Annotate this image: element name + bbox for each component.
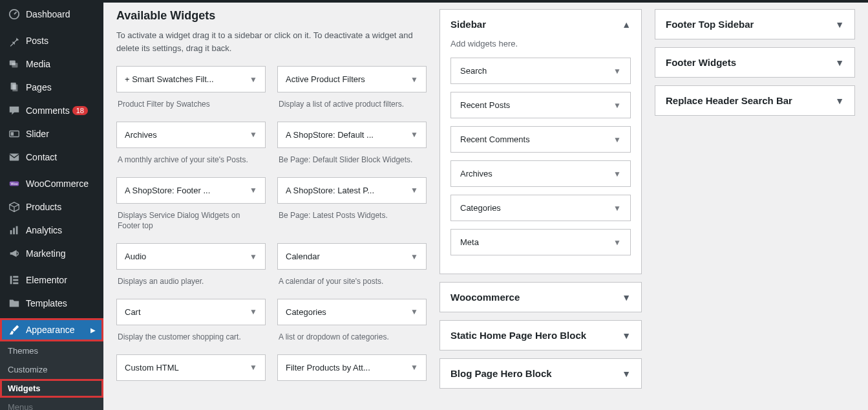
svg-rect-4 [12, 85, 17, 92]
menu-contact[interactable]: Contact [0, 146, 103, 169]
menu-posts[interactable]: Posts [0, 29, 103, 52]
placed-widget[interactable]: Recent Posts ▼ [450, 92, 631, 118]
chevron-down-icon: ▼ [613, 169, 621, 178]
available-widget[interactable]: Categories ▼ [277, 299, 427, 325]
area-title: Replace Header Search Bar [666, 95, 792, 106]
woo-icon: Woo [8, 177, 21, 190]
widget-title: A ShopStore: Footer ... [125, 186, 210, 195]
svg-rect-7 [10, 154, 19, 161]
chevron-down-icon: ▼ [622, 292, 631, 303]
widgets-page: Available Widgets To activate a widget d… [103, 3, 868, 410]
svg-rect-13 [10, 276, 12, 285]
widget-title: Search [460, 66, 487, 76]
svg-rect-6 [11, 132, 14, 135]
area-header[interactable]: Footer Widgets ▼ [655, 48, 854, 77]
comments-badge: 18 [72, 106, 88, 115]
area-header[interactable]: Blog Page Hero Block ▼ [440, 359, 641, 388]
menu-slider[interactable]: Slider [0, 122, 103, 146]
menu-elementor[interactable]: Elementor [0, 268, 103, 292]
area-title: Woocommerce [450, 292, 520, 303]
widget-area: Static Home Page Hero Block ▼ [439, 320, 642, 351]
menu-label: Appearance [26, 325, 75, 335]
chevron-down-icon: ▼ [244, 307, 257, 316]
widget-desc: Be Page: Latest Posts Widgets. [277, 204, 427, 233]
area-header[interactable]: Static Home Page Hero Block ▼ [440, 321, 641, 350]
menu-templates[interactable]: Templates [0, 292, 103, 315]
widget-desc: A monthly archive of your site's Posts. [116, 148, 266, 177]
chevron-up-icon: ▲ [622, 19, 631, 30]
folder-icon [8, 297, 21, 310]
submenu-themes[interactable]: Themes [0, 341, 103, 360]
available-widget[interactable]: Calendar ▼ [277, 243, 427, 270]
menu-label: Dashboard [26, 9, 70, 19]
chevron-down-icon: ▼ [622, 330, 631, 341]
menu-pages[interactable]: Pages [0, 76, 103, 99]
chevron-down-icon: ▼ [835, 19, 844, 30]
placed-widget[interactable]: Categories ▼ [450, 195, 631, 221]
widget-desc: Displays an audio player. [116, 270, 266, 299]
available-widget[interactable]: A ShopStore: Default ... ▼ [277, 122, 427, 148]
available-heading: Available Widgets [116, 9, 427, 23]
chevron-down-icon: ▼ [405, 307, 418, 316]
chevron-down-icon: ▼ [405, 363, 418, 372]
widget-area: Blog Page Hero Block ▼ [439, 358, 642, 389]
available-widget[interactable]: Active Product Filters ▼ [277, 66, 427, 92]
area-header[interactable]: Replace Header Search Bar ▼ [655, 86, 854, 115]
chevron-down-icon: ▼ [613, 67, 621, 76]
area-header[interactable]: Footer Top Sidebar ▼ [655, 10, 854, 39]
available-widget[interactable]: Filter Products by Att... ▼ [277, 354, 427, 381]
area-header[interactable]: Woocommerce ▼ [440, 283, 641, 312]
submenu-customize[interactable]: Customize [0, 360, 103, 379]
placed-widget[interactable]: Archives ▼ [450, 160, 631, 187]
chevron-down-icon: ▼ [613, 238, 621, 247]
widget-desc [277, 381, 427, 399]
area-title: Sidebar [450, 19, 486, 30]
widget-title: Categories [460, 203, 501, 213]
menu-appearance[interactable]: Appearance ▶ [0, 318, 103, 341]
placed-widget[interactable]: Search ▼ [450, 58, 631, 84]
submenu-widgets[interactable]: Widgets [0, 379, 103, 398]
chevron-down-icon: ▼ [835, 96, 844, 106]
available-widget[interactable]: A ShopStore: Footer ... ▼ [116, 177, 266, 204]
available-widget[interactable]: Cart ▼ [116, 299, 266, 325]
chevron-right-icon: ▶ [90, 327, 96, 334]
widget-title: A ShopStore: Default ... [286, 130, 374, 140]
svg-rect-2 [12, 63, 17, 67]
menu-comments[interactable]: Comments 18 [0, 99, 103, 122]
chevron-down-icon: ▼ [244, 252, 257, 261]
widget-title: Recent Posts [460, 100, 510, 110]
chevron-down-icon: ▼ [835, 58, 844, 68]
widget-title: Archives [125, 130, 157, 140]
available-widget[interactable]: A ShopStore: Latest P... ▼ [277, 177, 427, 204]
widget-area: Footer Widgets ▼ [655, 47, 855, 78]
available-widget[interactable]: Archives ▼ [116, 122, 266, 148]
widget-title: Categories [286, 307, 326, 317]
menu-products[interactable]: Products [0, 195, 103, 219]
widget-areas-column-2: Footer Top Sidebar ▼ Footer Widgets ▼ Re… [655, 9, 855, 397]
svg-text:Woo: Woo [11, 182, 18, 186]
products-icon [8, 200, 21, 213]
menu-dashboard[interactable]: Dashboard [0, 3, 103, 26]
available-widget[interactable]: + Smart Swatches Filt... ▼ [116, 66, 266, 92]
chevron-down-icon: ▼ [244, 186, 257, 195]
chevron-down-icon: ▼ [613, 135, 621, 144]
widget-title: Audio [125, 252, 146, 261]
placed-widget[interactable]: Recent Comments ▼ [450, 126, 631, 153]
megaphone-icon [8, 247, 21, 260]
dashboard-icon [8, 8, 21, 21]
available-widget[interactable]: Custom HTML ▼ [116, 354, 266, 381]
widget-desc: Display the customer shopping cart. [116, 325, 266, 354]
menu-analytics[interactable]: Analytics [0, 219, 103, 242]
placed-widget[interactable]: Meta ▼ [450, 229, 631, 255]
svg-rect-11 [13, 228, 15, 234]
chevron-down-icon: ▼ [405, 75, 418, 84]
svg-rect-12 [16, 226, 18, 235]
menu-marketing[interactable]: Marketing [0, 242, 103, 265]
available-widget[interactable]: Audio ▼ [116, 243, 266, 270]
menu-label: Comments [26, 105, 70, 116]
menu-media[interactable]: Media [0, 52, 103, 76]
menu-label: WooCommerce [26, 178, 89, 189]
menu-woocommerce[interactable]: Woo WooCommerce [0, 172, 103, 195]
area-header[interactable]: Sidebar ▲ [440, 10, 641, 39]
submenu-menus[interactable]: Menus [0, 398, 103, 410]
